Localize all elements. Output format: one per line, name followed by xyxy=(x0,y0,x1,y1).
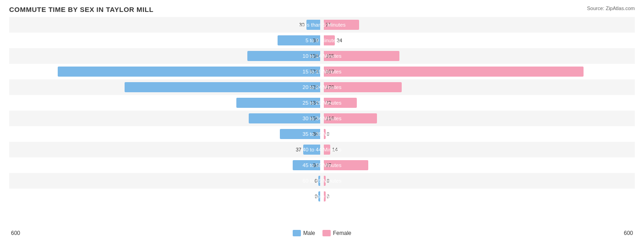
female-bar: 170 xyxy=(324,82,402,92)
bar-row: 0090 or more Minutes xyxy=(9,189,635,204)
male-bar: 156 xyxy=(249,113,320,123)
legend-female-box xyxy=(322,230,331,236)
female-bar xyxy=(324,145,330,155)
right-bar-section: 170 xyxy=(322,79,635,95)
chart-legend: Male Female xyxy=(293,230,351,236)
left-bar-section: 88 xyxy=(9,126,322,142)
left-bar-section: 427 xyxy=(9,79,322,95)
bar-row: 93245 to 9 Minutes xyxy=(9,33,635,48)
footer-right-value: 600 xyxy=(624,230,633,236)
chart-container: COMMUTE TIME BY SEX IN TAYLOR MILL Sourc… xyxy=(0,0,644,240)
male-bar xyxy=(306,20,320,30)
right-bar-section: 0 xyxy=(322,126,635,142)
left-bar-section: 60 xyxy=(9,157,322,173)
bar-row: 15916510 to 14 Minutes xyxy=(9,48,635,64)
female-bar: 165 xyxy=(324,51,399,61)
left-bar-section: 37 xyxy=(9,142,322,157)
left-bar-section: 0 xyxy=(9,189,322,204)
legend-female-label: Female xyxy=(333,230,351,236)
right-bar-section: 72 xyxy=(322,95,635,111)
male-bar: 60 xyxy=(293,160,320,170)
bar-row: 371440 to 44 Minutes xyxy=(9,142,635,157)
left-bar-section: 0 xyxy=(9,173,322,189)
female-bar xyxy=(324,191,326,201)
bar-row: 1837225 to 29 Minutes xyxy=(9,95,635,111)
right-bar-section: 24 xyxy=(322,33,635,48)
male-bar: 159 xyxy=(247,51,320,61)
source-text: Source: ZipAtlas.com xyxy=(587,6,635,11)
bar-row: 3077Less than 5 Minutes xyxy=(9,17,635,33)
male-bar: 427 xyxy=(125,82,320,92)
female-bar xyxy=(324,176,326,186)
male-bar: 93 xyxy=(278,35,320,45)
right-bar-section: 567 xyxy=(322,64,635,79)
left-bar-section: 156 xyxy=(9,111,322,126)
left-bar-section: 573 xyxy=(9,64,322,79)
right-bar-section: 14 xyxy=(322,142,635,157)
chart-footer: 600 Male Female 600 xyxy=(9,230,635,236)
left-bar-section: 30 xyxy=(9,17,322,33)
left-bar-section: 183 xyxy=(9,95,322,111)
bar-row: 42717020 to 24 Minutes xyxy=(9,79,635,95)
male-bar: 573 xyxy=(58,67,320,77)
female-bar xyxy=(324,129,326,139)
bar-row: 609745 to 59 Minutes xyxy=(9,157,635,173)
right-bar-section: 97 xyxy=(322,157,635,173)
footer-left-value: 600 xyxy=(11,230,20,236)
right-bar-section: 0 xyxy=(322,173,635,189)
male-bar xyxy=(318,191,320,201)
right-bar-section: 0 xyxy=(322,189,635,204)
chart-title: COMMUTE TIME BY SEX IN TAYLOR MILL xyxy=(9,6,635,13)
female-bar: 116 xyxy=(324,113,377,123)
female-bar: 72 xyxy=(324,98,357,108)
legend-male: Male xyxy=(293,230,315,236)
female-bar xyxy=(324,35,335,45)
male-bar xyxy=(318,176,320,186)
legend-male-box xyxy=(293,230,301,236)
female-bar: 97 xyxy=(324,160,368,170)
chart-area: 3077Less than 5 Minutes93245 to 9 Minute… xyxy=(9,17,635,206)
legend-female: Female xyxy=(322,230,351,236)
female-bar: 567 xyxy=(324,67,584,77)
female-bar: 77 xyxy=(324,20,359,30)
male-bar: 183 xyxy=(236,98,320,108)
right-bar-section: 77 xyxy=(322,17,635,33)
left-bar-section: 159 xyxy=(9,48,322,64)
male-bar: 88 xyxy=(280,129,320,139)
male-bar xyxy=(303,145,320,155)
bar-row: 15611630 to 34 Minutes xyxy=(9,111,635,126)
bar-row: 57356715 to 19 Minutes xyxy=(9,64,635,79)
bar-row: 0060 to 89 Minutes xyxy=(9,173,635,189)
legend-male-label: Male xyxy=(303,230,315,236)
right-bar-section: 165 xyxy=(322,48,635,64)
bar-row: 88035 to 39 Minutes xyxy=(9,126,635,142)
left-bar-section: 93 xyxy=(9,33,322,48)
right-bar-section: 116 xyxy=(322,111,635,126)
